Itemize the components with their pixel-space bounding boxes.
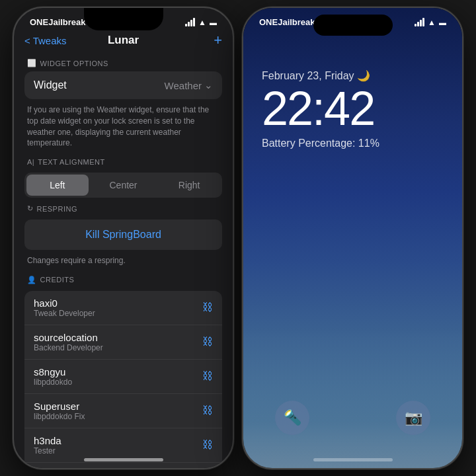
lock-date: February 23, Friday 🌙 (262, 69, 444, 82)
back-button[interactable]: < Tweaks (24, 35, 67, 46)
person-icon: 👤 (27, 276, 37, 284)
lock-bottom-controls: 🔦 📷 (243, 401, 462, 435)
lock-battery: Battery Percentage: 11% (262, 138, 444, 149)
status-icons-left: ▲ ▬ (185, 18, 217, 27)
battery-icon: ▬ (210, 19, 217, 26)
signal-icon (185, 18, 195, 26)
credit-role-0: Tweak Developer (34, 309, 95, 318)
widget-value: Weather ⌄ (165, 79, 213, 91)
notch (84, 8, 163, 30)
widget-description: If you are using the Weather widget, ens… (24, 99, 222, 151)
right-phone: ONEJailbreak ▲ ▬ February 23, Friday 🌙 2… (242, 7, 463, 469)
left-phone: ONEJailbreak ▲ ▬ < Tweaks Lunar + ⬜ (13, 7, 234, 469)
battery-icon-right: ▬ (439, 19, 446, 26)
lock-content: February 23, Friday 🌙 22:42 Battery Perc… (243, 30, 462, 149)
credit-role-2: libpddokdo (34, 377, 72, 387)
credit-row-superuser[interactable]: Superuser libpddokdo Fix ⛓ (24, 394, 222, 428)
credit-row-haxi0[interactable]: haxi0 Tweak Developer ⛓ (24, 291, 222, 325)
link-icon-1[interactable]: ⛓ (202, 336, 213, 348)
respring-header: ↻ RESPRING (24, 198, 222, 217)
align-center-button[interactable]: Center (93, 175, 155, 196)
flashlight-button[interactable]: 🔦 (275, 401, 309, 435)
widget-card: Widget Weather ⌄ (24, 71, 222, 99)
credit-role-1: Backend Developer (34, 343, 103, 352)
wifi-icon: ▲ (198, 18, 206, 27)
kill-springboard-button[interactable]: Kill SpringBoard (24, 219, 222, 250)
credits-header: 👤 CREDITS (24, 269, 222, 288)
text-alignment-header: A| TEXT ALIGNMENT (24, 151, 222, 170)
lock-time: 22:42 (262, 85, 444, 132)
dynamic-island (313, 15, 393, 36)
link-icon-2[interactable]: ⛓ (202, 370, 213, 382)
wifi-icon-right: ▲ (428, 18, 436, 27)
home-indicator-right (313, 458, 393, 461)
right-screen: ONEJailbreak ▲ ▬ February 23, Friday 🌙 2… (243, 8, 462, 468)
status-icons-right: ▲ ▬ (415, 18, 446, 27)
credit-name-4: h3nda (34, 435, 61, 446)
credit-row-s8ngyu[interactable]: s8ngyu libpddokdo ⛓ (24, 360, 222, 394)
chevron-icon: ⌄ (204, 79, 213, 91)
camera-button[interactable]: 📷 (396, 401, 430, 435)
link-icon-3[interactable]: ⛓ (202, 405, 213, 416)
credit-role-3: libpddokdo Fix (34, 412, 85, 421)
widget-section-header: ⬜ WIDGET OPTIONS (24, 52, 222, 71)
alignment-control: Left Center Right (24, 173, 222, 198)
carrier-right: ONEJailbreak (259, 17, 315, 27)
left-screen: ONEJailbreak ▲ ▬ < Tweaks Lunar + ⬜ (14, 8, 233, 468)
content-area: ⬜ WIDGET OPTIONS Widget Weather ⌄ If you… (14, 52, 233, 468)
widget-row[interactable]: Widget Weather ⌄ (24, 71, 222, 99)
align-right-button[interactable]: Right (158, 175, 220, 196)
signal-right (415, 18, 424, 26)
nav-bar-left: < Tweaks Lunar + (14, 31, 233, 52)
camera-icon: 📷 (405, 409, 422, 426)
add-button[interactable]: + (214, 32, 222, 49)
home-indicator-left (84, 458, 163, 461)
respring-note: Changes require a respring. (24, 250, 222, 269)
credit-name-0: haxi0 (34, 298, 95, 309)
credit-row-aws[interactable]: aws (24, 463, 222, 468)
respring-icon: ↻ (27, 204, 34, 213)
credit-role-4: Tester (34, 446, 61, 456)
flashlight-icon: 🔦 (284, 409, 301, 426)
link-icon-4[interactable]: ⛓ (202, 439, 213, 451)
credits-card: haxi0 Tweak Developer ⛓ sourcelocation B… (24, 291, 222, 468)
text-icon: A| (27, 158, 34, 166)
carrier-left: ONEJailbreak (30, 17, 86, 27)
align-left-button[interactable]: Left (26, 175, 89, 196)
credit-name-3: Superuser (34, 401, 85, 412)
credit-name-2: s8ngyu (34, 366, 72, 377)
widget-icon: ⬜ (27, 59, 37, 67)
credit-name-1: sourcelocation (34, 332, 103, 343)
widget-label: Widget (34, 79, 67, 91)
link-icon-0[interactable]: ⛓ (202, 301, 213, 313)
nav-title: Lunar (108, 34, 139, 47)
credit-row-sourcelocation[interactable]: sourcelocation Backend Developer ⛓ (24, 325, 222, 360)
